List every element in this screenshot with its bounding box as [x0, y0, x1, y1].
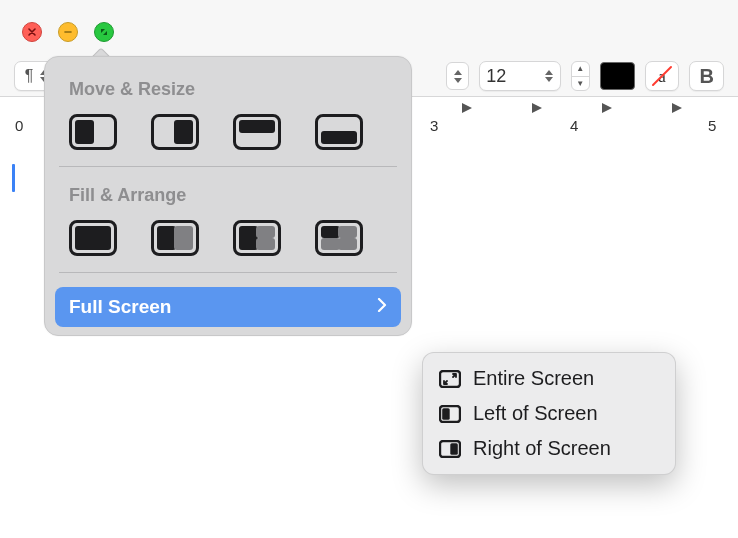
svg-rect-2	[440, 371, 460, 387]
ruler-number: 4	[570, 117, 578, 134]
window-snap-popover: Move & Resize Fill & Arrange Full Screen	[44, 56, 412, 336]
snap-bottom-half-button[interactable]	[315, 114, 363, 150]
bold-label: B	[699, 65, 713, 88]
svg-rect-4	[442, 408, 450, 420]
text-color-clear-button[interactable]: a	[645, 61, 680, 91]
submenu-item-label: Left of Screen	[473, 402, 598, 425]
updown-icon	[544, 70, 554, 82]
font-family-updown-icon[interactable]	[446, 62, 469, 90]
ruler-number: 5	[708, 117, 716, 134]
full-screen-menu-item[interactable]: Full Screen	[55, 287, 401, 327]
snap-right-half-button[interactable]	[151, 114, 199, 150]
submenu-item-right-of-screen[interactable]: Right of Screen	[423, 431, 675, 466]
arrange-four-button[interactable]	[315, 220, 363, 256]
move-resize-row	[45, 110, 411, 166]
submenu-item-left-of-screen[interactable]: Left of Screen	[423, 396, 675, 431]
close-button[interactable]	[22, 22, 42, 42]
snap-left-half-button[interactable]	[69, 114, 117, 150]
ruler-number: 0	[15, 117, 23, 134]
snap-top-half-button[interactable]	[233, 114, 281, 150]
separator	[59, 272, 397, 273]
chevron-right-icon	[377, 298, 387, 316]
fill-arrange-row	[45, 216, 411, 272]
minimize-button[interactable]	[58, 22, 78, 42]
ruler-number: 3	[430, 117, 438, 134]
font-size-value: 12	[486, 66, 506, 87]
stepper-up-icon[interactable]: ▲	[572, 62, 589, 77]
tab-stop-icon[interactable]	[530, 101, 544, 115]
bold-button[interactable]: B	[689, 61, 724, 91]
arrange-two-halves-button[interactable]	[151, 220, 199, 256]
full-screen-submenu: Entire Screen Left of Screen Right of Sc…	[422, 352, 676, 475]
font-size-field[interactable]: 12	[479, 61, 560, 91]
svg-rect-6	[450, 443, 458, 455]
section-title-move-resize: Move & Resize	[45, 75, 411, 110]
submenu-item-label: Entire Screen	[473, 367, 594, 390]
entire-screen-icon	[439, 370, 461, 388]
section-title-fill-arrange: Fill & Arrange	[45, 181, 411, 216]
arrange-three-button[interactable]	[233, 220, 281, 256]
tab-stop-icon[interactable]	[460, 101, 474, 115]
zoom-button[interactable]	[94, 22, 114, 42]
text-color-swatch[interactable]	[600, 62, 635, 90]
submenu-item-entire-screen[interactable]: Entire Screen	[423, 361, 675, 396]
full-screen-label: Full Screen	[69, 296, 171, 318]
font-size-stepper[interactable]: ▲ ▼	[571, 61, 590, 91]
stepper-down-icon[interactable]: ▼	[572, 77, 589, 91]
submenu-item-label: Right of Screen	[473, 437, 611, 460]
window-controls	[22, 22, 114, 42]
separator	[59, 166, 397, 167]
fill-screen-button[interactable]	[69, 220, 117, 256]
left-of-screen-icon	[439, 405, 461, 423]
text-cursor	[12, 164, 15, 192]
right-of-screen-icon	[439, 440, 461, 458]
tab-stop-icon[interactable]	[670, 101, 684, 115]
paragraph-icon: ¶	[25, 67, 34, 85]
tab-stop-icon[interactable]	[600, 101, 614, 115]
